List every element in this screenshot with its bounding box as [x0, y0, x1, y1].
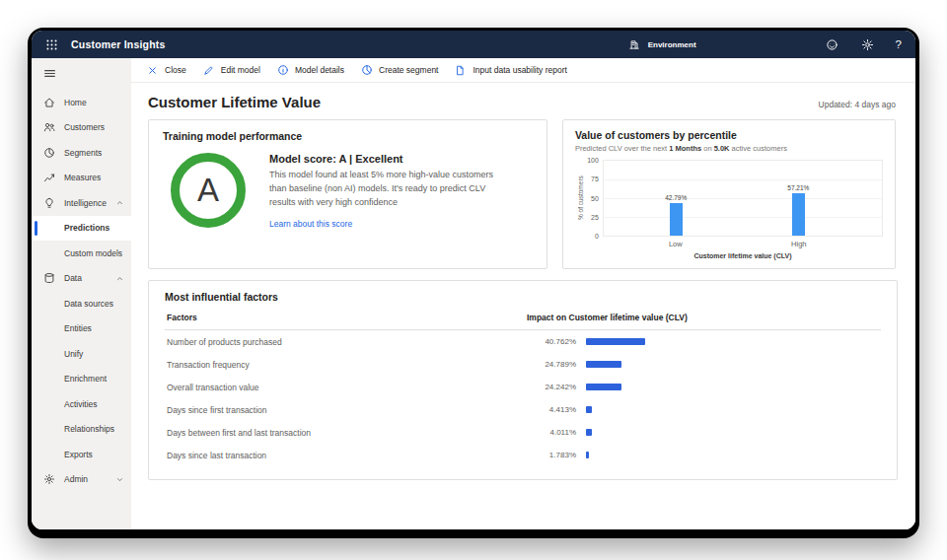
y-tick: 100 [587, 157, 599, 164]
model-score-title: Model score: A | Excellent [269, 153, 508, 165]
feedback-smiley-icon[interactable] [825, 36, 840, 52]
sidebar-item-label: Relationships [64, 424, 114, 434]
command-label: Edit model [221, 65, 260, 75]
segment-icon [361, 64, 374, 77]
most-influential-factors-card: Most influential factors Factors Impact … [148, 280, 898, 480]
admin-gear-icon [43, 473, 56, 486]
model-score-description: This model found at least 5% more high-v… [269, 169, 508, 210]
chart-subtitle: Predicted CLV over the next 1 Months on … [575, 144, 883, 153]
sidebar-item-custom-models[interactable]: Custom models [32, 241, 131, 266]
sidebar-item-label: Predictions [64, 223, 109, 233]
plot-area: 42.79% 57.21% [603, 160, 883, 237]
y-tick: 0 [595, 233, 599, 240]
y-tick: 25 [591, 214, 599, 221]
report-document-icon [455, 64, 468, 77]
settings-gear-icon[interactable] [860, 36, 876, 52]
edit-pencil-icon [203, 64, 216, 77]
sidebar-item-segments[interactable]: Segments [32, 140, 131, 166]
factor-label: Days between first and last transaction [167, 428, 530, 438]
bar [792, 193, 805, 236]
command-bar: Close Edit model Model details [131, 58, 915, 83]
sidebar-item-home[interactable]: Home [32, 90, 131, 115]
close-button[interactable]: Close [147, 64, 186, 77]
subtitle-customer-count: 5.0K [714, 144, 730, 153]
factor-row: Days since last transaction 1.783% [165, 444, 881, 466]
intelligence-lightbulb-icon [43, 196, 56, 209]
learn-about-score-link[interactable]: Learn about this score [269, 219, 352, 229]
factor-row: Number of products purchased 40.762% [165, 330, 881, 353]
page-title: Customer Lifetime Value [148, 94, 321, 110]
content-area: Customer Lifetime Value Updated: 4 days … [131, 83, 915, 529]
sidebar-item-customers[interactable]: Customers [32, 115, 131, 141]
sidebar-item-relationships[interactable]: Relationships [32, 417, 131, 443]
hamburger-menu-icon[interactable] [32, 58, 67, 90]
bar-low: 42.79% [653, 161, 698, 236]
value-by-percentile-card: Value of customers by percentile Predict… [562, 119, 896, 269]
sidebar-item-label: Intelligence [64, 198, 107, 208]
sidebar-item-activities[interactable]: Activities [32, 391, 131, 417]
card-title: Training model performance [163, 130, 533, 142]
subtitle-horizon: 1 Months [669, 144, 701, 153]
y-axis-title: % of customers [575, 160, 585, 237]
sidebar-item-data[interactable]: Data [32, 266, 131, 292]
factor-impact-bar [586, 406, 592, 413]
sidebar-item-label: Exports [64, 450, 93, 459]
x-tick-low: Low [669, 240, 683, 248]
command-label: Input data usability report [473, 65, 566, 75]
sidebar-item-label: Enrichment [64, 374, 107, 384]
close-icon [147, 64, 160, 77]
environment-icon [626, 36, 642, 52]
card-title: Most influential factors [165, 291, 881, 303]
x-tick-high: High [791, 240, 806, 248]
sidebar-item-measures[interactable]: Measures [32, 166, 131, 191]
segments-icon [43, 146, 56, 159]
chevron-up-icon [115, 198, 124, 207]
column-header-impact: Impact on Customer lifetime value (CLV) [527, 313, 881, 322]
x-axis-labels: Low High [603, 240, 883, 250]
sidebar: Home Customers Segments Measures [32, 58, 131, 529]
sidebar-item-label: Data [64, 273, 82, 283]
subtitle-text: on [701, 144, 714, 153]
sidebar-item-unify[interactable]: Unify [32, 341, 131, 367]
sidebar-item-predictions[interactable]: Predictions [32, 216, 131, 242]
command-label: Model details [295, 65, 344, 75]
sidebar-item-enrichment[interactable]: Enrichment [32, 367, 131, 392]
factor-label: Transaction frequency [167, 360, 530, 370]
y-tick: 75 [591, 175, 599, 182]
gridline [604, 217, 882, 218]
edit-model-button[interactable]: Edit model [203, 64, 260, 77]
create-segment-button[interactable]: Create segment [361, 64, 438, 77]
environment-selector[interactable]: Environment [626, 36, 696, 52]
bar-value-label: 57.21% [787, 184, 809, 191]
gridline [604, 179, 882, 180]
sidebar-item-exports[interactable]: Exports [32, 442, 131, 467]
sidebar-item-data-sources[interactable]: Data sources [32, 291, 131, 316]
sidebar-item-label: Customers [64, 122, 105, 132]
sidebar-item-intelligence[interactable]: Intelligence [32, 190, 131, 216]
bar [670, 203, 683, 236]
card-title: Value of customers by percentile [575, 129, 883, 141]
data-cylinder-icon [43, 272, 56, 285]
gridline [604, 198, 882, 199]
factor-value: 4.413% [530, 405, 576, 414]
updated-timestamp: Updated: 4 days ago [819, 100, 896, 109]
sidebar-item-label: Activities [64, 399, 98, 409]
info-icon [277, 64, 290, 77]
sidebar-item-label: Home [64, 98, 87, 107]
waffle-icon[interactable] [41, 35, 61, 54]
factor-row: Transaction frequency 24.789% [165, 353, 881, 376]
model-details-button[interactable]: Model details [277, 64, 344, 77]
chevron-up-icon [115, 274, 124, 283]
factor-row: Days since first transaction 4.413% [165, 398, 881, 421]
sidebar-item-entities[interactable]: Entities [32, 316, 131, 342]
help-icon[interactable]: ? [896, 38, 902, 50]
bar-value-label: 42.79% [665, 194, 687, 201]
sidebar-item-label: Unify [64, 349, 83, 359]
sidebar-item-label: Data sources [64, 299, 113, 309]
sidebar-item-admin[interactable]: Admin [32, 467, 131, 493]
factor-impact-bar [586, 452, 589, 458]
input-data-usability-report-button[interactable]: Input data usability report [455, 64, 566, 77]
sidebar-item-label: Admin [64, 474, 88, 484]
chevron-down-icon [115, 475, 124, 484]
factor-label: Days since first transaction [167, 405, 530, 415]
